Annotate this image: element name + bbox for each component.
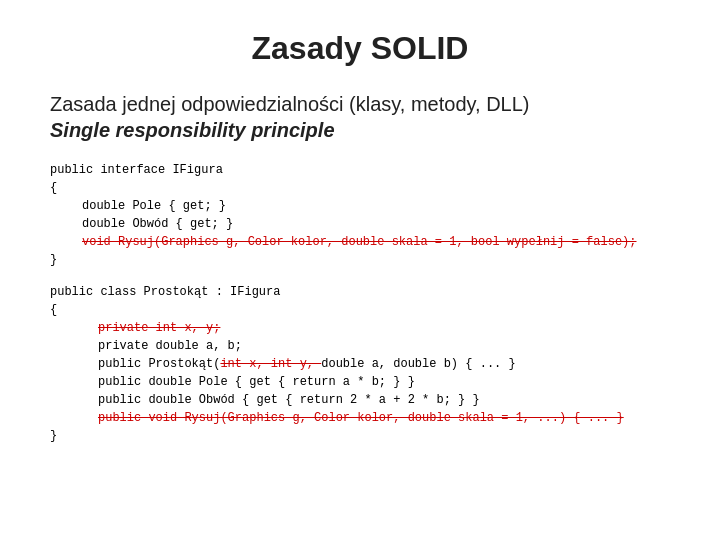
subtitle-block: Zasada jednej odpowiedzialności (klasy, … [50,91,670,143]
code-line-3: double Pole { get; } [82,197,670,215]
code-section-1: public interface IFigura { double Pole {… [50,161,670,269]
strikethrough-rysuj2: public void Rysuj(Graphics g, Color kolo… [98,411,624,425]
slide: Zasady SOLID Zasada jednej odpowiedzialn… [0,0,720,540]
code-line-7: public class Prostokąt : IFigura [50,283,670,301]
code-line-5: void Rysuj(Graphics g, Color kolor, doub… [82,233,670,251]
slide-title: Zasady SOLID [50,30,670,67]
strikethrough-private-xy: private int x, y; [98,321,220,335]
code-section-2: public class Prostokąt : IFigura { priva… [50,283,670,445]
subtitle-line2: Single responsibility principle [50,117,670,143]
strikethrough-int-xy: int x, int y, [220,357,321,371]
code-line-8: { [50,301,670,319]
code-line-9: private int x, y; [98,319,670,337]
spacer [50,269,670,283]
code-line-2: { [50,179,670,197]
code-line-14: public void Rysuj(Graphics g, Color kolo… [98,409,670,427]
code-line-13: public double Obwód { get { return 2 * a… [98,391,670,409]
code-line-12: public double Pole { get { return a * b;… [98,373,670,391]
code-line-15: } [50,427,670,445]
strikethrough-rysuj: void Rysuj(Graphics g, Color kolor, doub… [82,235,637,249]
code-line-6: } [50,251,670,269]
code-line-10: private double a, b; [98,337,670,355]
code-line-1: public interface IFigura [50,161,670,179]
code-line-4: double Obwód { get; } [82,215,670,233]
subtitle-line1: Zasada jednej odpowiedzialności (klasy, … [50,91,670,117]
code-line-11: public Prostokąt(int x, int y, double a,… [98,355,670,373]
